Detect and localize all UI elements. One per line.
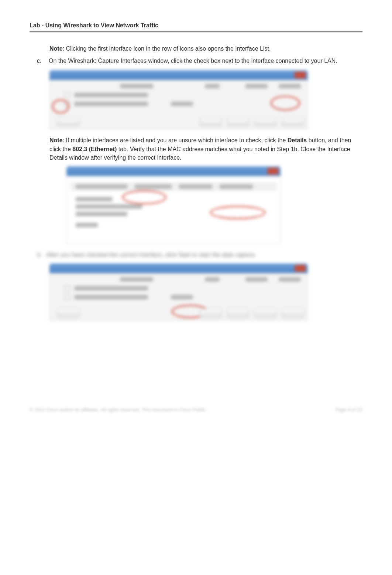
table-header [120,84,304,88]
annotation-circle-icon [122,190,166,204]
stop-button [227,117,249,126]
window-body [66,176,281,244]
screenshot-capture-interfaces-2 [49,263,308,321]
page-title: Lab - Using Wireshark to View Network Tr… [30,22,362,32]
details-word: Details [288,137,307,143]
step-d-text: After you have checked the correct inter… [46,251,256,259]
note-label: Note [49,45,63,52]
screenshot-interface-details [66,166,281,244]
step-c: c. On the Wireshark: Capture Interfaces … [30,57,362,65]
annotation-circle-icon [271,96,300,110]
close-button [282,309,304,317]
note-text: : Clicking the first interface icon in t… [63,45,271,52]
list-marker-c: c. [37,57,44,65]
list-marker-d: d. [37,251,42,259]
close-button [282,117,304,126]
stop-button [227,309,249,317]
options-button [254,117,276,126]
window-body [49,273,308,321]
note-1: Note: Clicking the first interface icon … [30,44,362,53]
step-d: d. After you have checked the correct in… [37,251,362,259]
checkbox-icon [65,295,70,300]
table-row [54,293,304,301]
note-label: Note [49,137,63,143]
help-button [57,117,79,126]
annotation-circle-icon [52,99,69,113]
table-row [54,285,304,292]
note-text-part: : If multiple interfaces are listed and … [63,137,288,143]
start-button [200,309,222,317]
table-row [54,100,304,108]
close-icon [295,265,306,272]
options-button [254,309,276,317]
button-row [57,117,304,126]
table-row [54,91,304,99]
start-button [200,117,222,126]
document-page: Lab - Using Wireshark to View Network Tr… [0,0,392,575]
content-area: Note: Clicking the first interface icon … [30,44,362,321]
window-titlebar [66,166,281,176]
checkbox-icon [65,286,70,291]
window-body [49,80,308,129]
help-button [57,309,79,317]
table-header [120,277,304,282]
ethernet-word: 802.3 (Ethernet) [72,146,117,152]
note-2: Note: If multiple interfaces are listed … [30,136,362,162]
page-footer: © 2013 Cisco and/or its affiliates. All … [30,407,362,412]
step-c-text: On the Wireshark: Capture Interfaces win… [49,57,337,65]
screenshot-capture-interfaces-1 [49,70,308,129]
tab-row [71,182,276,191]
window-titlebar [49,70,308,80]
close-icon [295,72,306,78]
footer-copyright: © 2013 Cisco and/or its affiliates. All … [30,407,207,412]
close-icon [267,168,278,174]
button-row [57,309,304,317]
footer-page-number: Page 6 of 23 [335,407,362,412]
window-titlebar [49,263,308,273]
annotation-circle-icon [210,206,265,219]
checkbox-icon [65,92,70,98]
